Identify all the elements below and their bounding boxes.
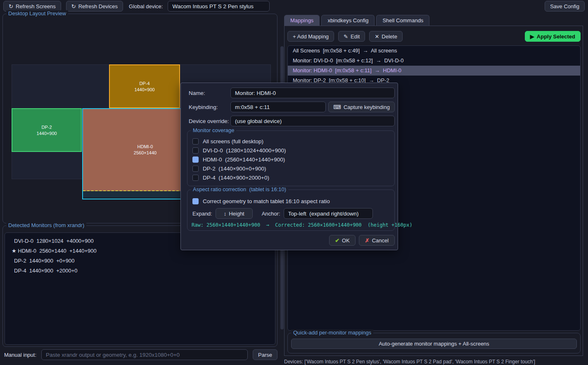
monitor-rect-dp2: DP-2 1440×900 xyxy=(12,108,82,152)
play-icon: ▶ xyxy=(530,33,534,40)
parse-button[interactable]: Parse xyxy=(253,349,277,360)
monitor-resolution: 1440×900 xyxy=(134,87,154,92)
monitor-list-item[interactable]: DP-4 1440×900 +2000+0 xyxy=(5,266,275,276)
expand-mode-button[interactable]: ↕Height xyxy=(216,208,253,219)
name-input[interactable] xyxy=(230,88,395,98)
cancel-button[interactable]: ✗Cancel xyxy=(359,235,395,246)
quick-add-legend: Quick-add per-monitor mappings xyxy=(291,329,373,336)
monitor-rect-dp4: DP-4 1440×900 xyxy=(109,64,180,108)
coverage-option-label: DP-4 (1440×900+2000+0) xyxy=(203,175,269,181)
tab-bar: Mappings xbindkeys Config Shell Commands xyxy=(284,15,429,26)
mapping-row[interactable]: All Screens [m:0x58 + c:49] → All screen… xyxy=(288,46,580,56)
delete-mapping-button[interactable]: ✕Delete xyxy=(369,31,402,42)
monitor-name: DP-2 xyxy=(41,125,52,130)
checkbox-all-screens[interactable] xyxy=(192,138,199,145)
apply-selected-button[interactable]: ▶Apply Selected xyxy=(525,31,581,42)
coverage-option-row: DVI-D-0 (1280×1024+4000+900) xyxy=(192,146,390,155)
expand-anchor-row: Expand: ↕Height Anchor: xyxy=(192,208,390,219)
coverage-option-label: HDMI-0 (2560×1440+1440+900) xyxy=(203,156,285,163)
tab-shell-commands[interactable]: Shell Commands xyxy=(376,15,429,26)
save-config-button[interactable]: Save Config xyxy=(545,1,585,12)
coverage-option-row: DP-4 (1440×900+2000+0) xyxy=(192,173,390,182)
global-device-label: Global device: xyxy=(129,3,163,9)
edit-mapping-button[interactable]: ✎Edit xyxy=(338,31,365,42)
monitor-coverage-group: Monitor coverage All screens (full deskt… xyxy=(187,130,395,186)
device-override-label: Device override: xyxy=(189,118,229,124)
monitor-name: HDMI-0 xyxy=(138,144,153,149)
keyboard-icon: ⌨ xyxy=(333,104,341,110)
monitor-resolution: 2560×1440 xyxy=(134,150,156,155)
global-device-input[interactable] xyxy=(168,1,270,12)
expand-label: Expand: xyxy=(192,211,212,217)
monitor-name: DP-4 xyxy=(139,81,149,86)
ok-button[interactable]: ✔OK xyxy=(329,235,356,246)
refresh-icon: ↻ xyxy=(9,3,13,9)
x-mark-icon: ✗ xyxy=(365,237,370,244)
device-override-input[interactable] xyxy=(230,116,395,126)
coverage-option-row: All screens (full desktop) xyxy=(192,137,390,146)
correct-geometry-label: Correct geometry to match tablet 16:10 a… xyxy=(203,198,330,204)
anchor-label: Anchor: xyxy=(262,211,280,217)
mapping-toolbar: + Add Mapping ✎Edit ✕Delete ▶Apply Selec… xyxy=(287,31,581,42)
manual-input-label: Manual input: xyxy=(4,352,36,358)
coverage-option-row: DP-2 (1440×900+0+900) xyxy=(192,164,390,173)
anchor-select[interactable] xyxy=(284,208,373,219)
coverage-option-label: DVI-D-0 (1280×1024+4000+900) xyxy=(203,147,286,154)
monitor-list-item[interactable]: DP-2 1440×900 +0+900 xyxy=(5,256,275,266)
x-icon: ✕ xyxy=(375,33,379,40)
refresh-icon: ↻ xyxy=(71,3,76,9)
devices-status-line: Devices: ['Wacom Intuos PT S 2 Pen stylu… xyxy=(284,359,587,365)
top-toolbar: ↻Refresh Screens ↻Refresh Devices Global… xyxy=(0,0,588,12)
correct-geometry-row: Correct geometry to match tablet 16:10 a… xyxy=(192,197,330,206)
keybinding-label: Keybinding: xyxy=(189,104,218,110)
raw-corrected-readout: Raw: 2560×1440+1440+900 → Corrected: 256… xyxy=(192,222,413,228)
mapping-dialog: Name: Keybinding: ⌨Capture keybinding De… xyxy=(180,83,398,250)
pencil-icon: ✎ xyxy=(344,33,348,40)
manual-input-row: Manual input: Parse xyxy=(4,349,277,360)
coverage-option-label: All screens (full desktop) xyxy=(203,138,263,145)
auto-generate-button[interactable]: Auto-generate monitor mappings + All-scr… xyxy=(291,339,577,349)
checkbox-hdmi-0[interactable] xyxy=(192,156,199,163)
tab-mappings[interactable]: Mappings xyxy=(284,15,320,26)
check-icon: ✔ xyxy=(335,237,339,244)
mapping-row[interactable]: Monitor: DVI-D-0 [m:0x58 + c:12] → DVI-D… xyxy=(288,56,580,66)
monitor-resolution: 1440×900 xyxy=(36,131,57,136)
quick-add-group: Quick-add per-monitor mappings Auto-gene… xyxy=(287,333,581,353)
capture-keybinding-button[interactable]: ⌨Capture keybinding xyxy=(328,102,395,112)
checkbox-dp-4[interactable] xyxy=(192,175,199,181)
aspect-ratio-group: Aspect ratio correction (tablet is 16:10… xyxy=(187,190,395,231)
checkbox-dvi-d-0[interactable] xyxy=(192,147,199,154)
tab-xbindkeys-config[interactable]: xbindkeys Config xyxy=(321,15,375,26)
name-label: Name: xyxy=(189,90,205,96)
checkbox-correct-geometry[interactable] xyxy=(192,198,199,204)
monitor-coverage-legend: Monitor coverage xyxy=(191,127,236,133)
checkbox-dp-2[interactable] xyxy=(192,166,199,172)
manual-input-field[interactable] xyxy=(41,349,248,360)
coverage-option-row: HDMI-0 (2560×1440+1440+900) xyxy=(192,155,390,164)
aspect-ratio-legend: Aspect ratio correction (tablet is 16:10… xyxy=(191,186,288,192)
detected-monitors-legend: Detected Monitors (from xrandr) xyxy=(6,222,86,228)
add-mapping-button[interactable]: + Add Mapping xyxy=(287,31,334,42)
coverage-option-label: DP-2 (1440×900+0+900) xyxy=(203,166,266,172)
mapping-row-selected[interactable]: Monitor: HDMI-0 [m:0x58 + c:11] → HDMI-0 xyxy=(288,66,580,76)
refresh-devices-button[interactable]: ↻Refresh Devices xyxy=(66,1,123,12)
up-down-arrow-icon: ↕ xyxy=(224,211,227,217)
keybinding-input[interactable] xyxy=(230,102,326,112)
